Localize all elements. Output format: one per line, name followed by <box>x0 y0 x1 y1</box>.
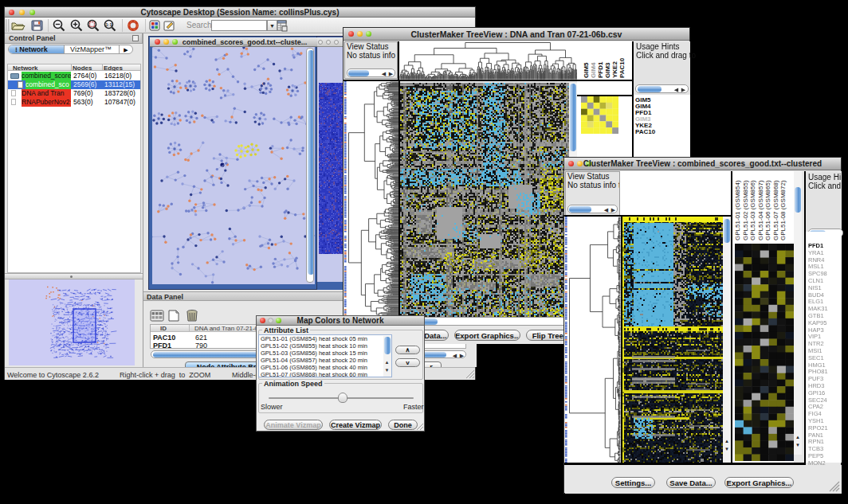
svg-text:GPL51-03 (GSM856): GPL51-03 (GSM856) <box>749 180 756 240</box>
svg-text:GIM4: GIM4 <box>590 62 597 78</box>
svg-text:GIM3: GIM3 <box>604 62 611 78</box>
svg-text:GIM5: GIM5 <box>583 62 590 78</box>
svg-text:YKE2: YKE2 <box>611 61 618 78</box>
svg-text:GPL51-01 (GSM854): GPL51-01 (GSM854) <box>734 180 741 240</box>
svg-text:GPL51-07 (GSM868): GPL51-07 (GSM868) <box>772 180 779 240</box>
svg-text:PFD1: PFD1 <box>597 61 604 78</box>
svg-text:GPL51-06 (GSM865): GPL51-06 (GSM865) <box>764 180 771 240</box>
svg-text:GPL51-02 (GSM855): GPL51-02 (GSM855) <box>742 180 749 240</box>
svg-text:GPL51-04 (GSM857): GPL51-04 (GSM857) <box>757 180 764 240</box>
svg-text:GPL51-08 (GSM872): GPL51-08 (GSM872) <box>779 180 787 240</box>
svg-text:PAC10: PAC10 <box>618 57 626 78</box>
svg-text:1:1: 1:1 <box>106 22 112 27</box>
